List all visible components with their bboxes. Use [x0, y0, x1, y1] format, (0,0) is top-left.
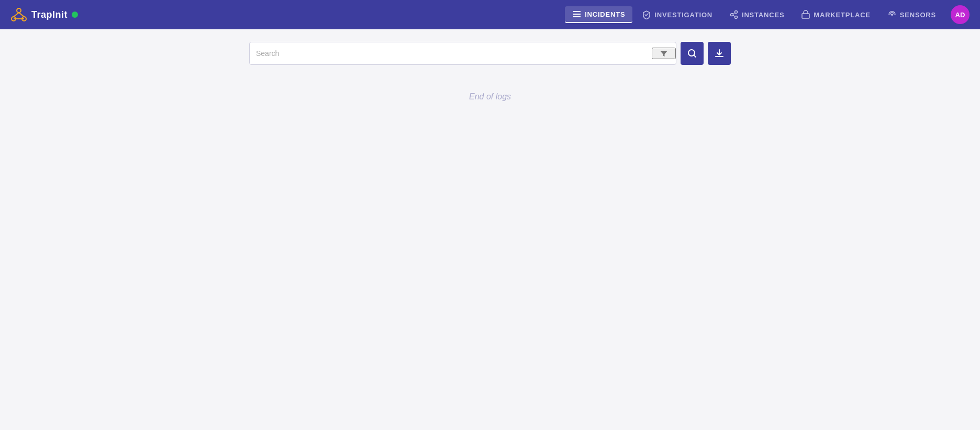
svg-rect-14: [802, 14, 809, 18]
navbar-left: TrapInit: [10, 6, 78, 23]
svg-line-17: [694, 55, 696, 58]
search-input-wrapper: [249, 42, 676, 65]
brand-name: TrapInit: [31, 9, 68, 20]
nav-label-incidents: INCIDENTS: [585, 10, 625, 18]
navbar: TrapInit INCIDENTS INVE: [0, 0, 980, 29]
svg-line-12: [733, 13, 735, 15]
nav-item-investigation[interactable]: INVESTIGATION: [634, 7, 720, 22]
search-icon: [687, 48, 697, 59]
nav-label-instances: INSTANCES: [742, 11, 784, 19]
nav-item-instances[interactable]: INSTANCES: [722, 7, 792, 22]
instances-icon: [729, 10, 739, 19]
nav-item-marketplace[interactable]: MARKETPLACE: [794, 7, 877, 22]
brand-logo-icon: [10, 6, 27, 23]
svg-rect-6: [573, 11, 581, 12]
marketplace-icon: [801, 10, 810, 19]
svg-line-13: [733, 15, 735, 17]
download-button[interactable]: [708, 42, 731, 65]
brand-logo[interactable]: TrapInit: [10, 6, 78, 23]
nav-item-sensors[interactable]: SENSORS: [880, 7, 943, 22]
avatar[interactable]: AD: [951, 5, 970, 24]
svg-point-10: [735, 11, 738, 14]
main-content: End of logs: [0, 29, 980, 114]
svg-point-15: [891, 14, 893, 16]
svg-line-4: [19, 13, 24, 17]
filter-button[interactable]: [652, 48, 676, 59]
search-bar-container: [249, 42, 731, 65]
nav-label-marketplace: MARKETPLACE: [814, 11, 870, 19]
svg-point-11: [735, 16, 738, 19]
svg-point-0: [17, 8, 21, 13]
navbar-right: INCIDENTS INVESTIGATION: [565, 5, 970, 24]
sensors-icon: [887, 10, 897, 19]
svg-point-9: [731, 14, 733, 16]
nav-item-incidents[interactable]: INCIDENTS: [565, 6, 632, 23]
status-indicator: [72, 12, 78, 18]
avatar-initials: AD: [955, 11, 965, 19]
svg-rect-8: [573, 16, 581, 17]
nav-label-investigation: INVESTIGATION: [654, 11, 712, 19]
end-of-logs: End of logs: [469, 92, 511, 101]
download-icon: [714, 48, 725, 59]
nav-label-sensors: SENSORS: [900, 11, 936, 19]
svg-rect-7: [573, 14, 581, 15]
filter-icon: [659, 49, 669, 58]
shield-icon: [642, 10, 651, 19]
svg-line-3: [14, 13, 19, 17]
search-button[interactable]: [681, 42, 704, 65]
list-icon: [572, 9, 582, 19]
search-input[interactable]: [250, 42, 652, 64]
